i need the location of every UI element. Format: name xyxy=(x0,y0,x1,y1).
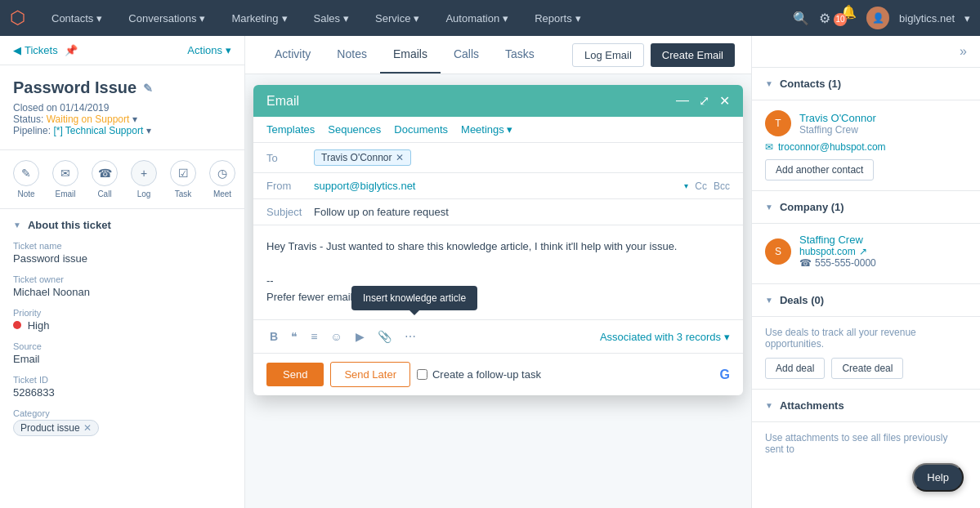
deals-section-header[interactable]: ▼ Deals (0) xyxy=(752,284,980,317)
nav-reports[interactable]: Reports ▾ xyxy=(528,9,588,28)
expand-icon[interactable]: ⤢ xyxy=(699,93,709,109)
closed-date: Closed on 01/14/2019 xyxy=(13,102,231,114)
about-section: ▼ About this ticket Ticket name Password… xyxy=(0,209,244,456)
to-field: To Travis O'Connor ✕ xyxy=(253,143,743,173)
category-remove-icon[interactable]: ✕ xyxy=(83,422,92,434)
edit-title-icon[interactable]: ✎ xyxy=(143,82,153,95)
company-name[interactable]: Staffing Crew xyxy=(799,234,876,246)
contacts-chevron: ▼ xyxy=(765,79,773,88)
collapse-panel-icon[interactable]: » xyxy=(960,44,967,59)
body-text: Hey Travis - Just wanted to share this k… xyxy=(266,238,730,256)
modal-header: Email — ⤢ ✕ xyxy=(253,85,743,117)
ticket-id-value: 5286833 xyxy=(13,386,231,399)
search-icon[interactable]: 🔍 xyxy=(793,11,809,26)
tab-activity[interactable]: Activity xyxy=(262,36,324,74)
minimize-icon[interactable]: — xyxy=(676,93,689,109)
attachments-section-header[interactable]: ▼ Attachments xyxy=(752,390,980,422)
attachment-icon[interactable]: 📎 xyxy=(374,327,395,346)
list-icon[interactable]: ≡ xyxy=(307,327,320,346)
meetings-tool[interactable]: Meetings ▾ xyxy=(461,123,512,136)
nav-sales[interactable]: Sales ▾ xyxy=(307,9,356,28)
company-phone[interactable]: 555-555-0000 xyxy=(815,257,876,269)
documents-tool[interactable]: Documents xyxy=(394,123,448,136)
nav-automation[interactable]: Automation ▾ xyxy=(439,9,515,28)
status-row: Status: Waiting on Support ▾ xyxy=(13,114,231,125)
note-action[interactable]: ✎ Note xyxy=(13,160,39,198)
tab-emails[interactable]: Emails xyxy=(380,36,441,74)
company-avatar: S xyxy=(765,238,791,265)
pipeline-value[interactable]: [*] Technical Support xyxy=(53,125,143,136)
company-section-header[interactable]: ▼ Company (1) xyxy=(752,191,980,224)
followup-task-checkbox-wrapper[interactable]: Create a follow-up task xyxy=(417,368,541,381)
contacts-section-header[interactable]: ▼ Contacts (1) xyxy=(752,68,980,100)
sequences-tool[interactable]: Sequences xyxy=(328,123,381,136)
email-modal: Email — ⤢ ✕ Templates Sequences Document… xyxy=(253,85,743,395)
category-tag[interactable]: Product issue ✕ xyxy=(13,420,99,436)
close-icon[interactable]: ✕ xyxy=(719,93,730,109)
notifications-wrapper: 🔔 10 xyxy=(840,4,857,33)
email-action[interactable]: ✉ Email xyxy=(52,160,78,198)
domain-chevron[interactable]: ▾ xyxy=(964,12,970,25)
quote-icon[interactable]: ❝ xyxy=(288,327,301,346)
nav-contacts[interactable]: Contacts ▾ xyxy=(45,9,109,28)
notification-count: 10 xyxy=(834,13,847,26)
attachments-chevron: ▼ xyxy=(765,401,773,410)
user-avatar[interactable]: 👤 xyxy=(866,7,889,29)
contact-name[interactable]: Travis O'Connor xyxy=(799,112,876,124)
tab-calls[interactable]: Calls xyxy=(441,36,492,74)
pin-icon[interactable]: 📌 xyxy=(65,44,78,56)
video-icon[interactable]: ▶ xyxy=(352,327,368,346)
create-email-button[interactable]: Create Email xyxy=(651,43,735,67)
ticket-title-section: Password Issue ✎ Closed on 01/14/2019 St… xyxy=(0,65,244,150)
contact-email[interactable]: troconnor@hubspot.com xyxy=(778,141,886,153)
subject-value[interactable]: Follow up on feature request xyxy=(314,206,730,218)
email-body[interactable]: Hey Travis - Just wanted to share this k… xyxy=(253,225,743,319)
add-deal-button[interactable]: Add deal xyxy=(765,358,825,379)
ticket-owner-label: Ticket owner xyxy=(13,274,231,284)
task-action[interactable]: ☑ Task xyxy=(170,160,196,198)
recipient-remove-icon[interactable]: ✕ xyxy=(396,152,404,163)
tab-tasks[interactable]: Tasks xyxy=(492,36,548,74)
about-header[interactable]: ▼ About this ticket xyxy=(13,219,231,231)
send-button[interactable]: Send xyxy=(266,363,324,386)
emoji-icon[interactable]: ☺ xyxy=(327,327,345,346)
contact-email-row[interactable]: ✉ troconnor@hubspot.com xyxy=(765,141,967,153)
domain-label[interactable]: biglytics.net xyxy=(899,12,955,25)
add-contact-button[interactable]: Add another contact xyxy=(765,159,874,180)
more-icon[interactable]: ⋯ xyxy=(401,327,419,346)
back-to-tickets[interactable]: ◀ Tickets xyxy=(13,44,58,56)
nav-conversations[interactable]: Conversations ▾ xyxy=(122,9,212,28)
from-value[interactable]: support@biglytics.net xyxy=(314,180,678,192)
nav-marketing[interactable]: Marketing ▾ xyxy=(225,9,293,28)
recipient-name: Travis O'Connor xyxy=(321,152,392,163)
from-dropdown-icon[interactable]: ▾ xyxy=(684,181,688,190)
bcc-link[interactable]: Bcc xyxy=(714,180,730,192)
tab-notes[interactable]: Notes xyxy=(324,36,380,74)
nav-service[interactable]: Service ▾ xyxy=(369,9,426,28)
bold-icon[interactable]: B xyxy=(266,327,281,346)
settings-icon[interactable]: ⚙ xyxy=(819,11,830,26)
about-chevron: ▼ xyxy=(13,221,21,229)
log-email-button[interactable]: Log Email xyxy=(572,43,644,67)
status-value[interactable]: Waiting on Support xyxy=(47,114,130,125)
create-deal-button[interactable]: Create deal xyxy=(831,358,903,379)
field-ticket-name: Ticket name Password issue xyxy=(13,241,231,265)
followup-task-checkbox[interactable] xyxy=(417,369,427,380)
ticket-name-value: Password issue xyxy=(13,252,231,265)
associated-records-link[interactable]: Associated with 3 records ▾ xyxy=(600,331,730,343)
priority-label: Priority xyxy=(13,308,231,318)
meet-action[interactable]: ◷ Meet xyxy=(209,160,235,198)
main-layout: ◀ Tickets 📌 Actions ▾ Password Issue ✎ C… xyxy=(0,36,980,508)
company-url-row[interactable]: hubspot.com ↗ xyxy=(799,246,876,257)
log-action[interactable]: + Log xyxy=(131,160,157,198)
hubspot-logo[interactable]: ⬡ xyxy=(10,7,25,29)
call-action[interactable]: ☎ Call xyxy=(92,160,118,198)
templates-tool[interactable]: Templates xyxy=(266,123,315,136)
cc-link[interactable]: Cc xyxy=(695,180,707,192)
send-later-button[interactable]: Send Later xyxy=(330,362,410,387)
contact-info: Travis O'Connor Staffing Crew xyxy=(799,112,876,136)
deals-content: Use deals to track all your revenue oppo… xyxy=(752,317,980,390)
knowledge-tooltip: Insert knowledge article xyxy=(351,286,477,310)
help-button[interactable]: Help xyxy=(912,463,964,492)
actions-button[interactable]: Actions ▾ xyxy=(187,44,231,56)
